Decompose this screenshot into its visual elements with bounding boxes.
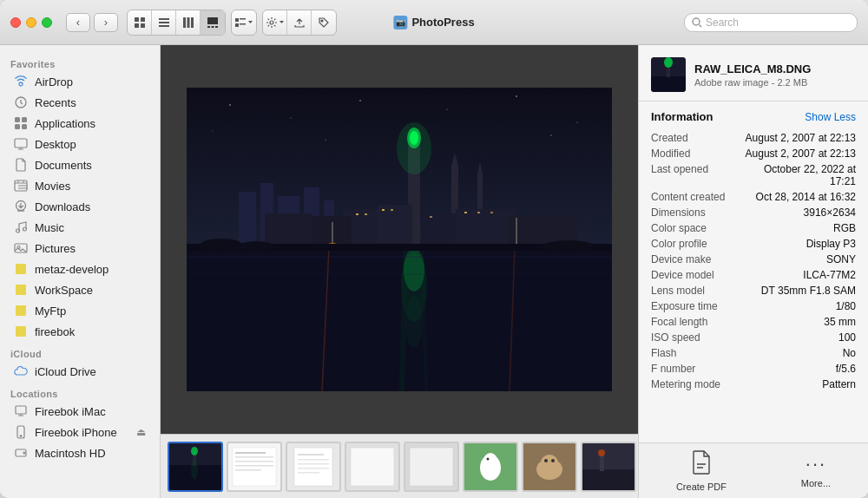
info-value: Pattern — [738, 378, 856, 390]
svg-rect-14 — [235, 18, 239, 22]
info-label: Color space — [651, 222, 738, 234]
nav-buttons: ‹ › — [66, 13, 118, 32]
svg-rect-15 — [235, 23, 239, 27]
forward-button[interactable]: › — [94, 13, 118, 32]
svg-point-42 — [290, 117, 291, 118]
svg-point-105 — [191, 447, 198, 455]
svg-rect-110 — [235, 456, 273, 458]
svg-rect-70 — [356, 213, 358, 215]
thumbnail-6[interactable] — [463, 442, 518, 492]
file-area — [161, 45, 638, 498]
column-view-btn[interactable] — [176, 10, 201, 35]
sidebar-item-macintosh-hd[interactable]: Macintosh HD — [3, 442, 156, 463]
svg-point-18 — [270, 21, 273, 24]
list-view-btn[interactable] — [152, 10, 176, 35]
inspector-info-section: Information Show Less CreatedAugust 2, 2… — [639, 102, 868, 442]
thumbnail-7[interactable] — [522, 442, 577, 492]
search-box[interactable]: Search — [684, 13, 858, 32]
eject-icon[interactable]: ⏏ — [136, 426, 146, 438]
back-button[interactable]: ‹ — [66, 13, 90, 32]
svg-point-58 — [397, 122, 431, 174]
thumbnail-5[interactable] — [404, 442, 459, 492]
sidebar-item-recents[interactable]: Recents — [3, 92, 156, 113]
sidebar-item-fireebok-imac[interactable]: Fireebok iMac — [3, 401, 156, 422]
svg-point-145 — [664, 57, 673, 68]
sidebar-item-icloud-drive[interactable]: iCloud Drive — [3, 361, 156, 382]
svg-rect-77 — [490, 212, 493, 213]
thumbnail-3[interactable] — [286, 442, 341, 492]
svg-rect-117 — [298, 459, 329, 461]
inspector-panel: RAW_LEICA_M8.DNG Adobe raw image - 2.2 M… — [638, 45, 868, 498]
sidebar-item-metaz-develop[interactable]: metaz-develop — [3, 259, 156, 279]
sidebar-item-music[interactable]: Music — [3, 217, 156, 238]
svg-rect-119 — [298, 468, 329, 469]
gallery-view-btn[interactable] — [201, 10, 225, 35]
minimize-button[interactable] — [26, 17, 36, 28]
settings-btn[interactable] — [263, 10, 287, 35]
desktop-icon — [14, 137, 28, 151]
info-row: Focal length35 mm — [651, 314, 856, 330]
main-preview — [161, 45, 638, 434]
sidebar-item-myftp[interactable]: MyFtp — [3, 300, 156, 321]
more-button[interactable]: ··· More... — [791, 448, 841, 494]
sidebar-item-desktop[interactable]: Desktop — [3, 134, 156, 154]
sidebar-item-fireebok-iphone[interactable]: Fireebok iPhone ⏏ — [3, 422, 156, 442]
info-row: Content createdOct 28, 2014 at 16:32 — [651, 189, 856, 205]
svg-point-49 — [550, 134, 551, 135]
info-label: Flash — [651, 347, 738, 359]
info-value: August 2, 2007 at 22:13 — [738, 147, 856, 160]
svg-rect-122 — [351, 448, 394, 486]
myftp-icon — [14, 304, 28, 318]
info-label: F number — [651, 363, 738, 375]
svg-rect-109 — [235, 452, 266, 454]
sidebar-item-applications[interactable]: Applications — [3, 113, 156, 134]
search-placeholder: Search — [706, 16, 739, 29]
thumbnail-2[interactable] — [227, 442, 282, 492]
sidebar-item-fireebok[interactable]: fireebok — [3, 321, 156, 342]
airdrop-icon — [14, 75, 28, 88]
group-btn[interactable] — [232, 10, 256, 35]
fireebok-iphone-icon — [14, 425, 28, 439]
favorites-header: Favorites — [0, 52, 160, 71]
close-button[interactable] — [10, 17, 21, 28]
action-group — [262, 10, 337, 36]
title-text: PhotoPress — [411, 16, 474, 29]
macintosh-hd-icon — [14, 446, 28, 460]
macintosh-hd-label: Macintosh HD — [35, 447, 106, 460]
metaz-develop-label: metaz-develop — [35, 263, 108, 276]
icon-view-btn[interactable] — [128, 10, 152, 35]
thumbnail-1[interactable] — [168, 442, 223, 492]
tag-btn[interactable] — [312, 10, 336, 35]
info-value: October 22, 2022 at 17:21 — [738, 163, 856, 187]
recents-label: Recents — [35, 96, 76, 109]
create-pdf-icon — [691, 450, 712, 479]
recents-icon — [14, 95, 28, 109]
thumbnail-4[interactable] — [345, 442, 400, 492]
sidebar-item-documents[interactable]: Documents — [3, 154, 156, 175]
downloads-label: Downloads — [35, 200, 90, 213]
info-row: Last openedOctober 22, 2022 at 17:21 — [651, 161, 856, 189]
sidebar-item-airdrop[interactable]: AirDrop — [3, 71, 156, 92]
svg-point-36 — [20, 436, 22, 437]
share-btn[interactable] — [287, 10, 312, 35]
maximize-button[interactable] — [42, 17, 52, 28]
create-pdf-button[interactable]: Create PDF — [666, 445, 737, 497]
sidebar-item-downloads[interactable]: Downloads — [3, 196, 156, 217]
svg-point-43 — [359, 100, 360, 101]
info-value: ILCA-77M2 — [738, 269, 856, 281]
svg-rect-13 — [215, 26, 218, 28]
svg-point-46 — [576, 121, 577, 122]
info-label: Device make — [651, 253, 738, 265]
sidebar-item-movies[interactable]: Movies — [3, 175, 156, 196]
svg-rect-16 — [240, 18, 246, 20]
info-row: Exposure time1/80 — [651, 298, 856, 314]
sidebar-item-pictures[interactable]: Pictures — [3, 238, 156, 259]
fireebok-folder-label: fireebok — [35, 325, 75, 338]
svg-rect-112 — [235, 465, 273, 467]
svg-rect-72 — [382, 209, 385, 211]
svg-rect-116 — [298, 454, 324, 455]
show-less-button[interactable]: Show Less — [805, 111, 856, 123]
sidebar-item-workspace[interactable]: WorkSpace — [3, 279, 156, 300]
inspector-header: RAW_LEICA_M8.DNG Adobe raw image - 2.2 M… — [639, 45, 868, 102]
thumbnail-8[interactable] — [581, 442, 636, 492]
